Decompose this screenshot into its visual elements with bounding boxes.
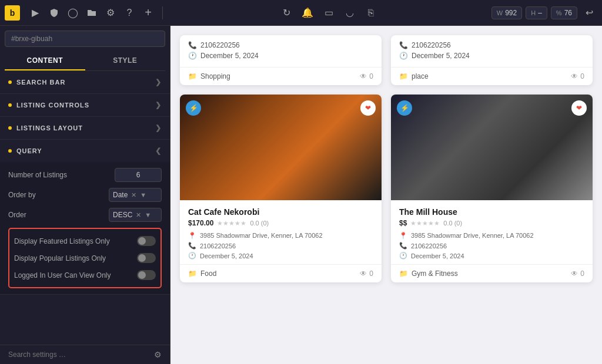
mobile-icon[interactable]: ⎘ — [363, 5, 379, 21]
shield-icon[interactable] — [46, 5, 62, 21]
folder-icon: 📁 — [188, 269, 197, 278]
tablet-icon[interactable]: ◡ — [342, 5, 358, 21]
cursor-icon[interactable]: ▶ — [27, 5, 44, 21]
clear-icon[interactable]: ✕ — [136, 211, 141, 219]
section-listings-layout-header[interactable]: LISTINGS LAYOUT ❯ — [0, 117, 170, 139]
card-image: ⚡ ❤ — [391, 95, 593, 200]
toolbar-right: W 992 H – % 76 ↩ — [491, 5, 597, 21]
top-toolbar: b ▶ ◯ ⚙ ? + ↻ 🔔 ▭ ◡ ⎘ W 992 H – % 76 ↩ — [0, 0, 602, 26]
category-value: place — [412, 72, 429, 80]
number-of-listings-label: Number of Listings — [8, 171, 115, 179]
phone-value: 2106220256 — [411, 242, 447, 250]
bell-icon[interactable]: 🔔 — [299, 5, 316, 21]
card-mill-house: ⚡ ❤ The Mill House $$ ★★★★★ 0.0 (0) 📍 39… — [391, 95, 593, 282]
star-rating: ★★★★★ — [410, 220, 440, 227]
app-logo[interactable]: b — [5, 5, 20, 21]
section-dot — [8, 103, 12, 107]
eye-icon: 👁 — [571, 72, 578, 80]
heart-badge[interactable]: ❤ — [360, 100, 376, 116]
order-value: DESC — [113, 211, 132, 219]
order-by-row: Order by Date ✕ ▼ — [8, 188, 162, 202]
card-title: Cat Cafe Nekorobi — [188, 207, 373, 217]
settings-gear-icon[interactable]: ⚙ — [154, 350, 162, 359]
star-rating: ★★★★★ — [217, 220, 246, 227]
views-value: 0 — [369, 72, 373, 80]
chevron-down-icon[interactable]: ▼ — [140, 191, 146, 198]
card-top-section: 📞 2106220256 🕐 December 5, 2024 — [180, 35, 382, 67]
h-label: H — [531, 9, 536, 16]
phone-icon: 📞 — [399, 41, 408, 49]
card-info: The Mill House $$ ★★★★★ 0.0 (0) 📍 3985 S… — [391, 200, 593, 264]
document-icon[interactable]: ◯ — [65, 5, 81, 21]
phone-icon: 📞 — [188, 242, 196, 250]
card-phone-info: 📞 2106220256 — [188, 242, 373, 250]
number-of-listings-value[interactable]: 6 — [115, 168, 162, 182]
h-value: – — [538, 9, 542, 17]
folder-icon: 📁 — [188, 72, 197, 80]
undo-icon[interactable]: ↩ — [581, 5, 597, 21]
toggle-logged-in-switch[interactable] — [137, 270, 156, 280]
card-price: $$ — [399, 219, 407, 227]
card-title: The Mill House — [399, 207, 584, 217]
toggle-featured-row: Display Featured Listings Only — [14, 232, 156, 250]
clear-icon[interactable]: ✕ — [131, 191, 136, 199]
phone-value: 2106220256 — [412, 41, 451, 49]
card-views: 👁 0 — [360, 72, 373, 80]
heart-badge[interactable]: ❤ — [571, 100, 587, 116]
order-by-select[interactable]: Date ✕ ▼ — [109, 188, 162, 202]
card-price-rating: $170.00 ★★★★★ 0.0 (0) — [188, 219, 373, 227]
zoom-value: 76 — [564, 9, 572, 17]
card-footer: 📁 Food 👁 0 — [180, 264, 382, 282]
clock-icon: 🕐 — [188, 252, 196, 259]
section-query-header[interactable]: QUERY ❮ — [0, 140, 170, 162]
views-value: 0 — [369, 269, 373, 278]
toggle-featured-label: Display Featured Listings Only — [14, 237, 110, 245]
order-select[interactable]: DESC ✕ ▼ — [109, 208, 162, 222]
eye-icon: 👁 — [571, 269, 578, 278]
order-by-value: Date — [113, 191, 128, 199]
category-value: Shopping — [200, 72, 230, 80]
card-image: ⚡ ❤ — [180, 95, 382, 200]
section-dot — [8, 149, 12, 153]
card-info: Cat Cafe Nekorobi $170.00 ★★★★★ 0.0 (0) … — [180, 200, 382, 264]
location-icon: 📍 — [188, 232, 196, 240]
question-icon[interactable]: ? — [121, 5, 138, 21]
card-views: 👁 0 — [571, 72, 584, 80]
search-settings-input[interactable] — [8, 350, 149, 359]
gear-icon[interactable]: ⚙ — [102, 5, 119, 21]
card-shopping: 📞 2106220256 🕐 December 5, 2024 📁 Shoppi… — [180, 35, 382, 85]
order-label: Order — [8, 211, 109, 219]
folder-icon: 📁 — [399, 269, 408, 278]
section-query: QUERY ❮ Number of Listings 6 Order by Da… — [0, 140, 170, 295]
rating-count: 0.0 (0) — [443, 220, 462, 227]
w-label: W — [497, 9, 503, 16]
accordion-sections: SEARCH BAR ❯ LISTING CONTROLS ❯ LISTINGS… — [0, 71, 170, 345]
layout-icon[interactable]: ▭ — [320, 5, 337, 21]
date-value: December 5, 2024 — [200, 252, 253, 259]
phone-value: 2106220256 — [200, 242, 236, 250]
folder-icon[interactable] — [83, 5, 100, 21]
date-value: December 5, 2024 — [200, 52, 259, 60]
card-views: 👁 0 — [571, 269, 584, 278]
chevron-right-icon: ❯ — [155, 101, 162, 109]
panel-tabs: CONTENT STYLE — [5, 52, 165, 71]
plus-icon[interactable]: + — [140, 5, 156, 21]
toggle-popular-switch[interactable] — [137, 253, 156, 263]
refresh-icon[interactable]: ↻ — [278, 5, 295, 21]
tab-style[interactable]: STYLE — [85, 52, 166, 70]
section-dot — [8, 126, 12, 130]
clock-icon: 🕐 — [188, 52, 197, 60]
lightning-badge: ⚡ — [186, 100, 201, 116]
card-views: 👁 0 — [360, 269, 373, 278]
chevron-down-icon[interactable]: ▼ — [145, 211, 151, 218]
location-icon: 📍 — [399, 232, 407, 240]
card-category: 📁 Gym & Fitness — [399, 269, 458, 278]
search-settings-bar: ⚙ — [0, 345, 170, 364]
section-search-bar-header[interactable]: SEARCH BAR ❯ — [0, 71, 170, 93]
card-date: 🕐 December 5, 2024 — [188, 52, 373, 60]
toggle-popular-label: Display Popular Listings Only — [14, 254, 106, 262]
section-listing-controls-header[interactable]: LISTING CONTROLS ❯ — [0, 94, 170, 116]
tab-content[interactable]: CONTENT — [5, 52, 85, 70]
toolbar-center: ↻ 🔔 ▭ ◡ ⎘ — [169, 5, 489, 21]
toggle-featured-switch[interactable] — [137, 236, 156, 246]
